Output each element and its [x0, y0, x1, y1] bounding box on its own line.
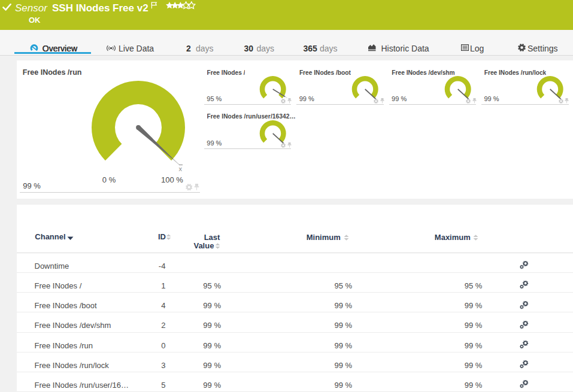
svg-text:x: x [179, 165, 183, 172]
